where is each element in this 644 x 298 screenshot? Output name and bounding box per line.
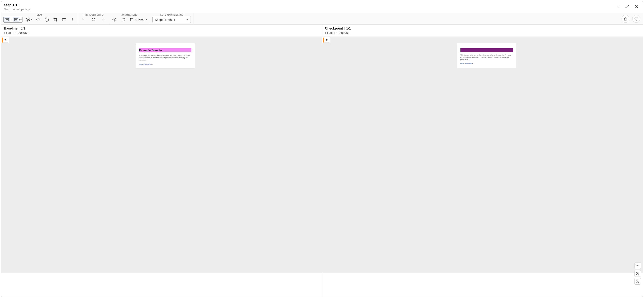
panel-headers: Baseline|1/1 Exact|1920x962 Checkpoint|1…: [1, 25, 643, 37]
group-label-highlight: HIGHLIGHT DIFFS: [84, 14, 103, 16]
svg-point-26: [114, 21, 114, 21]
svg-point-19: [72, 18, 73, 19]
baseline-diff-strip: ≠: [1, 37, 9, 43]
example-link: More information...: [139, 63, 192, 65]
baseline-screenshot: Example Domain This domain is for use in…: [136, 43, 195, 68]
example-link: More information...: [460, 63, 513, 65]
svg-point-0: [616, 6, 617, 7]
baseline-dims: 1920x962: [15, 31, 28, 35]
svg-line-3: [617, 6, 618, 7]
baseline-count: 1/1: [21, 27, 25, 30]
close-icon[interactable]: [634, 4, 639, 9]
layers-button[interactable]: [25, 17, 32, 22]
layout-side-by-side-button[interactable]: [13, 17, 19, 22]
thumbs-up-button[interactable]: [622, 15, 629, 23]
svg-point-31: [133, 21, 133, 21]
svg-point-2: [618, 7, 619, 8]
group-label-view: VIEW: [37, 14, 42, 16]
svg-rect-27: [130, 18, 133, 21]
step-editor-modal: Step 1/1: Test: main-app-page VIEW: [1, 1, 643, 297]
checkpoint-header: Checkpoint|1/1 Exact|1920x962: [322, 25, 643, 37]
group-label-annotations: ANNOTATIONS: [122, 14, 138, 16]
zoom-out-button[interactable]: [634, 278, 641, 284]
svg-point-1: [618, 5, 619, 6]
titlebar: Step 1/1: Test: main-app-page: [1, 1, 643, 13]
svg-point-21: [72, 21, 73, 21]
svg-line-15: [38, 18, 38, 21]
checkpoint-pane[interactable]: ≠ This domain is for use in illustrative…: [322, 37, 643, 273]
target-diff-button[interactable]: [91, 17, 96, 23]
issue-icon[interactable]: [112, 17, 117, 23]
expand-icon[interactable]: [625, 4, 629, 9]
checkpoint-dims: 1920x962: [336, 31, 350, 35]
share-icon[interactable]: [615, 4, 620, 9]
baseline-title: Baseline: [4, 27, 18, 30]
svg-line-4: [617, 7, 618, 8]
checkpoint-diff-strip: ≠: [322, 37, 330, 43]
example-body: This domain is for use in illustrative e…: [139, 55, 192, 61]
ab-compare-icon[interactable]: A/B: [44, 17, 50, 23]
svg-point-23: [93, 19, 94, 21]
preview-sparkle-icon[interactable]: [61, 17, 67, 23]
svg-point-20: [72, 19, 73, 20]
zoom-controls: 100%: [634, 262, 641, 284]
checkpoint-screenshot: This domain is for use in illustrative e…: [457, 43, 516, 68]
comment-icon[interactable]: [120, 17, 126, 23]
zoom-in-button[interactable]: [634, 270, 641, 277]
svg-point-30: [130, 21, 131, 21]
zoom-fit-button[interactable]: 100%: [634, 262, 641, 269]
zoom-fit-label: 100%: [636, 265, 640, 267]
layout-dropdown-button[interactable]: [19, 19, 22, 21]
not-equal-badge[interactable]: ≠: [324, 37, 330, 43]
step-title: Step 1/1:: [4, 3, 30, 7]
diff-highlight-block: [460, 48, 513, 52]
thumbs-down-button[interactable]: [632, 15, 640, 23]
example-body: This domain is for use in illustrative e…: [460, 54, 513, 61]
test-name: Test: main-app-page: [4, 8, 30, 11]
toolbar: VIEW ↔: [1, 13, 643, 25]
baseline-header: Baseline|1/1 Exact|1920x962: [1, 25, 322, 37]
code-icon[interactable]: [35, 17, 41, 23]
not-equal-badge[interactable]: ≠: [3, 37, 8, 43]
baseline-match: Exact: [4, 31, 12, 35]
next-diff-button[interactable]: [100, 17, 106, 23]
scope-select[interactable]: Scope: Default: [152, 16, 191, 23]
svg-text:A/B: A/B: [46, 19, 48, 21]
checkpoint-count: 1/1: [346, 27, 351, 30]
bottom-strip: [1, 273, 643, 297]
prev-diff-button[interactable]: [81, 17, 86, 23]
checkpoint-match: Exact: [325, 31, 333, 35]
ignore-label: IGNORE: [135, 18, 144, 21]
layout-swap-icon: ↔: [10, 18, 13, 21]
more-menu-icon[interactable]: [70, 17, 76, 23]
group-label-auto-maintenance: AUTO MAINTENANCE: [160, 14, 183, 16]
crop-icon[interactable]: [52, 17, 58, 23]
comparison-panes: ≠ Example Domain This domain is for use …: [1, 37, 643, 273]
svg-rect-18: [62, 19, 65, 21]
scope-value: Scope: Default: [155, 18, 175, 22]
layout-segmented: ↔: [4, 17, 22, 23]
checkpoint-title: Checkpoint: [325, 27, 343, 30]
layout-single-button[interactable]: [4, 17, 10, 22]
baseline-pane[interactable]: ≠ Example Domain This domain is for use …: [1, 37, 322, 273]
example-heading: Example Domain: [139, 49, 162, 52]
svg-point-29: [133, 18, 133, 19]
ignore-region-button[interactable]: IGNORE: [130, 18, 147, 22]
svg-point-28: [130, 18, 131, 19]
